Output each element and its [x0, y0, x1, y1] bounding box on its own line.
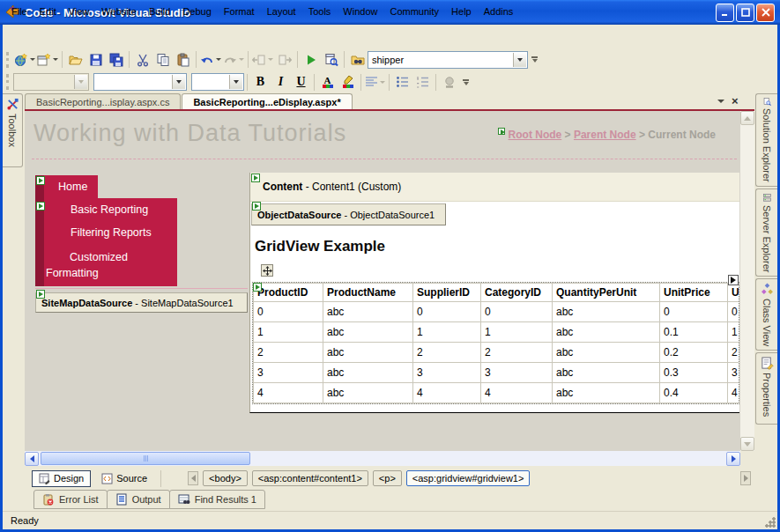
font-size-combo[interactable] — [191, 73, 244, 91]
content-placeholder-header[interactable]: Content - Content1 (Custom) — [250, 173, 739, 202]
menu-tools[interactable]: Tools — [302, 4, 338, 19]
add-new-item-button[interactable] — [36, 50, 59, 70]
italic-button[interactable]: I — [271, 72, 291, 92]
maximize-button[interactable] — [736, 4, 754, 22]
properties-tab[interactable]: Properties — [755, 352, 777, 425]
find-results-tab[interactable]: Find Results 1 — [169, 490, 265, 509]
redo-dropdown[interactable] — [239, 58, 244, 61]
menu-community[interactable]: Community — [383, 4, 445, 19]
resize-grip[interactable] — [764, 516, 776, 528]
menu-layout[interactable]: Layout — [261, 4, 302, 19]
toolbar-overflow[interactable] — [463, 79, 469, 85]
document-tab-codebehind[interactable]: BasicReporting...isplay.aspx.cs — [25, 93, 181, 109]
document-tab-aspx[interactable]: BasicReporting...eDisplay.aspx* — [182, 93, 352, 109]
vertical-scrollbar[interactable] — [740, 111, 754, 451]
nav-item-basic-reporting[interactable]: Basic Reporting — [35, 198, 177, 221]
smart-tag-button[interactable] — [728, 275, 739, 285]
close-button[interactable] — [756, 4, 775, 22]
solution-explorer-tab[interactable]: Solution Explorer — [755, 93, 777, 187]
paste-button[interactable] — [173, 50, 193, 70]
save-all-button[interactable] — [106, 50, 126, 70]
cut-button[interactable] — [132, 50, 152, 70]
numbering-button[interactable] — [412, 72, 433, 92]
align-left-button[interactable] — [364, 72, 386, 92]
class-view-tab[interactable]: Class View — [755, 278, 777, 351]
active-files-dropdown[interactable] — [717, 100, 724, 103]
menu-file[interactable]: File — [5, 4, 33, 19]
scroll-left-icon[interactable] — [25, 452, 39, 466]
tag-body[interactable]: <body> — [203, 470, 248, 486]
breadcrumb-root-link[interactable]: Root Node — [509, 129, 562, 141]
toolbar-grip[interactable] — [6, 74, 11, 90]
objectdatasource-control[interactable]: ObjectDataSource - ObjectDataSource1 — [251, 203, 446, 225]
undo-dropdown[interactable] — [216, 58, 221, 61]
error-list-tab[interactable]: Error List — [33, 490, 108, 509]
menu-help[interactable]: Help — [445, 4, 478, 19]
content-region[interactable]: Content - Content1 (Custom) ObjectDataSo… — [249, 173, 739, 413]
scrollbar-thumb[interactable] — [41, 452, 250, 465]
view-in-browser-button[interactable] — [321, 50, 341, 70]
scroll-down-icon[interactable] — [740, 437, 754, 451]
sitemapdatasource-control[interactable]: SiteMapDataSource - SiteMapDataSource1 — [35, 292, 248, 313]
hyperlink-button[interactable] — [439, 72, 459, 92]
design-view-button[interactable]: Design — [32, 470, 91, 487]
save-button[interactable] — [85, 50, 106, 70]
move-handle-icon[interactable] — [261, 264, 273, 277]
menu-format[interactable]: Format — [218, 4, 261, 19]
menu-view[interactable]: View — [63, 4, 96, 19]
block-format-combo[interactable] — [13, 73, 89, 91]
toolbar-overflow[interactable] — [531, 56, 538, 63]
open-file-button[interactable] — [65, 50, 85, 70]
find-combo-dropdown[interactable] — [513, 53, 526, 67]
menu-build[interactable]: Build — [143, 4, 176, 19]
underline-button[interactable]: U — [291, 72, 311, 92]
breadcrumb-parent-link[interactable]: Parent Node — [574, 129, 636, 141]
tag-scroll-left-icon[interactable] — [188, 471, 198, 485]
undo-button[interactable] — [199, 50, 222, 70]
navigate-backward-dropdown[interactable] — [268, 58, 273, 61]
font-name-combo[interactable] — [93, 73, 187, 91]
server-explorer-tab[interactable]: Server Explorer — [755, 188, 777, 277]
navigate-forward-button[interactable] — [274, 50, 294, 70]
tag-p[interactable]: <p> — [373, 470, 402, 486]
close-document-icon[interactable]: × — [732, 96, 739, 107]
bullets-button[interactable] — [392, 72, 412, 92]
scroll-right-icon[interactable] — [726, 452, 740, 466]
objectdatasource-glyph[interactable] — [252, 202, 261, 211]
nav-item-customized-formatting[interactable]: Customized Formatting — [35, 244, 177, 286]
menu-website[interactable]: Website — [95, 4, 143, 19]
toolbar-grip[interactable] — [6, 52, 11, 68]
new-website-dropdown[interactable] — [30, 58, 35, 61]
output-tab[interactable]: Output — [107, 490, 170, 509]
tag-scroll-right-icon[interactable] — [740, 471, 751, 485]
menu-control-glyph[interactable] — [36, 202, 45, 211]
tag-asp-gridview[interactable]: <asp:gridview#gridview1> — [406, 470, 531, 486]
source-view-button[interactable]: Source — [95, 470, 153, 487]
start-debugging-button[interactable] — [301, 50, 321, 70]
find-combo[interactable]: shipper — [368, 51, 528, 69]
content-glyph[interactable] — [251, 174, 260, 182]
find-in-files-button[interactable] — [347, 50, 368, 70]
copy-button[interactable] — [152, 50, 173, 70]
toolbox-tab[interactable]: Toolbox — [3, 93, 23, 167]
minimize-button[interactable] — [716, 4, 734, 22]
add-new-item-dropdown[interactable] — [53, 58, 58, 61]
font-color-button[interactable]: A — [317, 72, 338, 92]
new-website-button[interactable] — [13, 50, 36, 70]
nav-item-filtering-reports[interactable]: Filtering Reports — [35, 221, 177, 244]
gridview-control[interactable]: ProductID ProductName SupplierID Categor… — [252, 282, 739, 404]
bold-button[interactable]: B — [250, 72, 271, 92]
gridview-glyph[interactable] — [253, 283, 262, 292]
highlight-button[interactable] — [338, 72, 358, 92]
sitemapdatasource-glyph[interactable] — [36, 290, 45, 299]
menu-edit[interactable]: Edit — [33, 4, 63, 19]
design-surface[interactable]: Working with Data Tutorials Root Node > … — [25, 111, 740, 451]
scroll-up-icon[interactable] — [740, 111, 754, 125]
menu-control-glyph[interactable] — [36, 176, 45, 185]
menu-window[interactable]: Window — [337, 4, 383, 19]
horizontal-scrollbar[interactable] — [25, 451, 740, 466]
navigate-backward-button[interactable] — [251, 50, 274, 70]
align-dropdown[interactable] — [380, 81, 385, 84]
menu-addins[interactable]: Addins — [478, 4, 520, 19]
menu-debug[interactable]: Debug — [176, 4, 217, 19]
